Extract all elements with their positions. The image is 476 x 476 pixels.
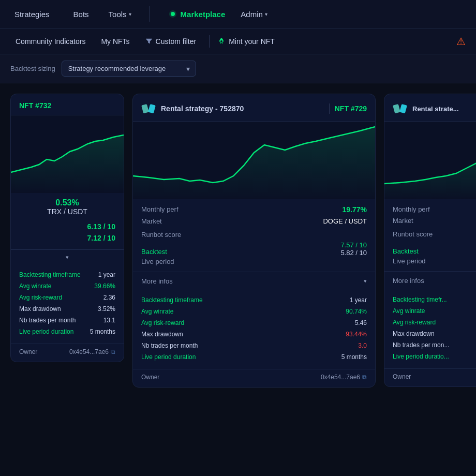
card-1-chart [11, 115, 124, 193]
card-1-info-winrate: Avg winrate 39.66% [19, 280, 115, 292]
card-2-runbot-label: Runbot score [141, 231, 181, 239]
card-3-stats: Monthly perf Market Runbot score Backtes… [384, 199, 476, 272]
card-2-timeframe-label: Backtesting timeframe [141, 296, 203, 304]
svg-rect-4 [148, 104, 156, 113]
card-1-trades-value: 13.1 [103, 317, 115, 324]
filter-icon [145, 38, 153, 45]
card-1-more-infos-toggle[interactable]: ▾ [11, 249, 124, 265]
card-2-more-infos-toggle[interactable]: More infos ▾ [133, 272, 375, 290]
card-2-drawdown-label: Max drawdown [141, 331, 183, 338]
card-2-liveperiod-value: 5.82 / 10 [340, 249, 367, 257]
card-2-more-infos-label: More infos [141, 277, 173, 285]
card-1-nft-badge: NFT #732 [19, 101, 51, 110]
nav-custom-filter[interactable]: Custom filter [140, 34, 202, 49]
card-2-divider [329, 103, 330, 114]
card-2-logo [141, 101, 156, 116]
card-1-winrate-value: 39.66% [94, 282, 115, 290]
card-2-info-timeframe: Backtesting timeframe 1 year [141, 294, 367, 306]
card-1-owner-label: Owner [19, 348, 37, 355]
tools-chevron-icon: ▾ [129, 11, 131, 17]
nav-item-strategies[interactable]: Strategies [10, 7, 54, 22]
card-3-info-drawdown: Max drawdown [393, 328, 476, 339]
top-nav: Strategies Bots Tools ▾ Marketplace Admi… [0, 0, 476, 28]
nav-my-nfts[interactable]: My NFTs [96, 34, 135, 49]
second-nav: Community Indicators My NFTs Custom filt… [0, 28, 476, 54]
card-2-rr-label: Avg risk-reward [141, 319, 184, 326]
card-1-rr-label: Avg risk-reward [19, 294, 62, 301]
card-3-chart [384, 122, 476, 199]
card-3-more-infos-toggle[interactable]: More infos ▾ [384, 272, 476, 290]
card-2-info-winrate: Avg winrate 90.74% [141, 306, 367, 317]
card-2-winrate-value: 90.74% [346, 308, 367, 315]
card-2-nft-badge: NFT #729 [335, 105, 367, 113]
card-2-info-rr: Avg risk-reward 5.46 [141, 317, 367, 329]
card-2-chart [133, 122, 375, 199]
nav-community-indicators[interactable]: Community Indicators [10, 34, 91, 49]
svg-rect-3 [141, 104, 149, 113]
nav-item-bots[interactable]: Bots [69, 7, 93, 22]
card-3-rr-label: Avg risk-reward [393, 319, 436, 326]
card-2-copy-icon[interactable]: ⧉ [362, 374, 367, 381]
card-1-trades-label: Nb trades per month [19, 317, 76, 324]
tools-label: Tools [109, 10, 127, 19]
card-2-runbot-col: Runbot score Backtest Live period [141, 231, 181, 265]
card-3-live-label: Live period duratio... [393, 353, 449, 360]
card-1-market: TRX / USDT [47, 207, 87, 216]
nav-mint-nft[interactable]: Mint your NFT [217, 37, 275, 46]
card-1-owner-value: 0x4e54...7ae6 ⧉ [69, 348, 115, 355]
card-1-live-value: 5 months [90, 328, 115, 335]
marketplace-icon [168, 9, 177, 19]
card-2-header: Rental strategy - 752870 NFT #729 [133, 94, 375, 122]
card-2-drawdown-value: 93.44% [346, 331, 367, 338]
card-1-winrate-label: Avg winrate [19, 282, 51, 290]
card-2-owner-label: Owner [141, 374, 159, 381]
card-2-liveperiod-label: Live period [141, 258, 181, 265]
alert-icon[interactable]: ⚠ [456, 35, 466, 48]
card-3-timeframe-label: Backtesting timefr... [393, 296, 447, 303]
card-3-perf-row: Monthly perf [393, 205, 476, 213]
card-1-score2-row: 7.12 / 10 [19, 232, 115, 244]
svg-rect-5 [393, 104, 400, 113]
nav-item-marketplace[interactable]: Marketplace [168, 9, 226, 19]
card-3-owner-label: Owner [393, 373, 411, 380]
card-2-perf-row: Monthly perf 19.77% [141, 205, 367, 214]
card-1-copy-icon[interactable]: ⧉ [111, 348, 115, 355]
card-3-strategy-logo-icon [393, 101, 407, 116]
card-3-runbot-col: Runbot score Backtest Live period [393, 230, 433, 265]
card-3-strategy-name: Rental strate... [412, 105, 476, 113]
card-3-info-trades: Nb trades per mon... [393, 339, 476, 351]
card-1-header: NFT #732 [11, 94, 124, 115]
backtest-select[interactable]: Strategy recommended leverageFixed amoun… [62, 61, 196, 77]
card-1-info-rr: Avg risk-reward 2.36 [19, 292, 115, 303]
card-1-score2-value: 7.12 / 10 [87, 234, 116, 242]
card-3-more-infos-label: More infos [393, 277, 424, 285]
card-2-info-drawdown: Max drawdown 93.44% [141, 329, 367, 340]
card-1-drawdown-label: Max drawdown [19, 305, 61, 313]
card-3-trades-label: Nb trades per mon... [393, 341, 449, 349]
card-1-live-label: Live period duration [19, 328, 73, 335]
card-3-backtest-label: Backtest [393, 247, 433, 255]
admin-chevron-icon: ▾ [265, 11, 267, 17]
card-2-live-value: 5 months [341, 353, 367, 361]
card-1-score1-row: 6.13 / 10 [19, 221, 115, 232]
nav-divider-1 [150, 6, 150, 22]
card-3-runbot-label: Runbot score [393, 230, 433, 238]
card-3-drawdown-label: Max drawdown [393, 330, 435, 337]
card-3-info-timeframe: Backtesting timefr... [393, 294, 476, 305]
card-1-stats: 0.53% TRX / USDT 6.13 / 10 7.12 / 10 [11, 193, 124, 249]
card-3-info-live: Live period duratio... [393, 351, 476, 362]
card-2-info-live: Live period duration 5 months [141, 351, 367, 363]
strategy-logo-icon [141, 101, 156, 116]
backtest-label: Backtest sizing [10, 65, 55, 72]
card-2-winrate-label: Avg winrate [141, 308, 173, 315]
card-3-market-label: Market [393, 217, 413, 225]
svg-rect-6 [399, 104, 407, 113]
nav-item-tools[interactable]: Tools ▾ [109, 10, 131, 19]
card-3-perf-label: Monthly perf [393, 205, 430, 213]
card-2-scores: 7.57 / 10 5.82 / 10 [340, 231, 367, 257]
chart-1-svg [11, 115, 124, 193]
card-2-strategy-name: Rental strategy - 752870 [161, 105, 324, 113]
card-2: Rental strategy - 752870 NFT #729 Monthl… [132, 94, 376, 388]
card-2-market-row: Market DOGE / USDT [141, 216, 367, 227]
nav-item-admin[interactable]: Admin ▾ [241, 10, 267, 19]
